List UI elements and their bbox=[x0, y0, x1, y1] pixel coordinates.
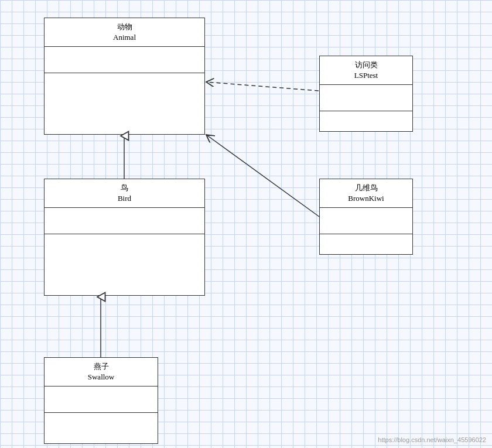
lsptest-header: 访问类 LSPtest bbox=[320, 56, 412, 85]
brownkiwi-fields bbox=[320, 208, 412, 234]
lsptest-dependency-animal-arrow bbox=[206, 82, 319, 91]
brownkiwi-en: BrownKiwi bbox=[322, 193, 410, 204]
animal-methods bbox=[45, 73, 204, 100]
bird-class: 鸟 Bird bbox=[44, 179, 205, 296]
swallow-fields bbox=[45, 387, 158, 413]
bird-fields bbox=[45, 208, 204, 234]
lsptest-class: 访问类 LSPtest bbox=[319, 56, 413, 132]
swallow-class: 燕子 Swallow bbox=[44, 357, 158, 444]
lsptest-en: LSPtest bbox=[322, 70, 410, 81]
swallow-methods bbox=[45, 413, 158, 439]
bird-header: 鸟 Bird bbox=[45, 179, 204, 208]
brownkiwi-cn: 几维鸟 bbox=[322, 183, 410, 193]
brownkiwi-to-animal-arrow bbox=[206, 135, 319, 217]
bird-en: Bird bbox=[47, 193, 202, 204]
bird-cn: 鸟 bbox=[47, 183, 202, 193]
animal-en: Animal bbox=[47, 32, 202, 43]
bird-methods bbox=[45, 234, 204, 261]
watermark: https://blog.csdn.net/waixn_45596022 bbox=[378, 436, 486, 443]
animal-fields bbox=[45, 47, 204, 73]
animal-class: 动物 Animal bbox=[44, 18, 205, 135]
lsptest-methods bbox=[320, 111, 412, 138]
brownkiwi-methods bbox=[320, 234, 412, 261]
swallow-en: Swallow bbox=[47, 372, 155, 382]
lsptest-cn: 访问类 bbox=[322, 60, 410, 70]
swallow-header: 燕子 Swallow bbox=[45, 358, 158, 387]
lsptest-fields bbox=[320, 85, 412, 111]
animal-header: 动物 Animal bbox=[45, 18, 204, 47]
brownkiwi-class: 几维鸟 BrownKiwi bbox=[319, 179, 413, 255]
swallow-cn: 燕子 bbox=[47, 361, 155, 372]
animal-cn: 动物 bbox=[47, 22, 202, 32]
brownkiwi-header: 几维鸟 BrownKiwi bbox=[320, 179, 412, 208]
